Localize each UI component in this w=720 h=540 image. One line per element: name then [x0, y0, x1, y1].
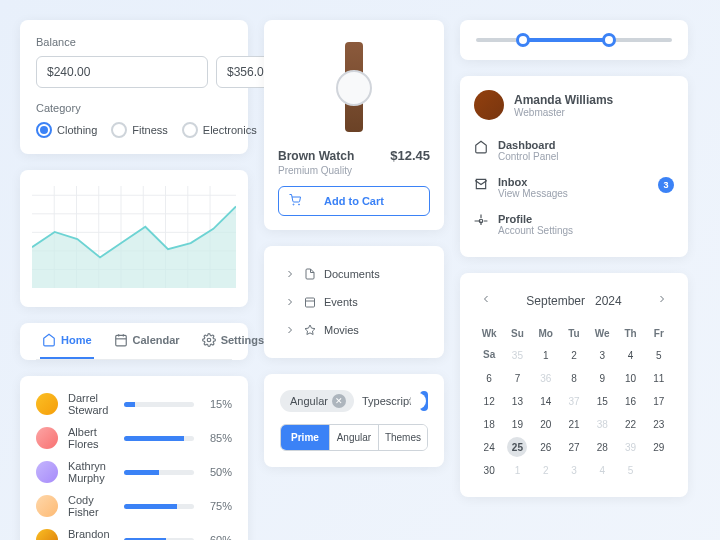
chart-card: [20, 170, 248, 307]
menu-inbox[interactable]: InboxView Messages3: [474, 169, 674, 206]
balance-input-1[interactable]: [36, 56, 208, 88]
calendar-day[interactable]: 16: [617, 391, 643, 412]
controls-card: Angular ✕ Typescript PrimeAngularThemes: [264, 374, 444, 467]
tab-home[interactable]: Home: [40, 323, 94, 359]
calendar-day[interactable]: 24: [476, 437, 502, 458]
movies-icon: [304, 324, 316, 336]
person-row: Kathryn Murphy50%: [36, 460, 232, 484]
calendar-day[interactable]: 1: [533, 345, 559, 366]
profile-name: Amanda Williams: [514, 93, 613, 107]
radio-clothing[interactable]: Clothing: [36, 122, 97, 138]
slider-thumb-high[interactable]: [602, 33, 616, 47]
calendar-day[interactable]: 11: [646, 368, 672, 389]
calendar-day[interactable]: 4: [589, 460, 615, 481]
calendar-prev-button[interactable]: [476, 289, 496, 312]
calendar-day[interactable]: 4: [617, 345, 643, 366]
calendar-day[interactable]: 10: [617, 368, 643, 389]
tab-calendar[interactable]: Calendar: [112, 323, 182, 359]
calendar-week-num: 37: [561, 391, 587, 412]
events-icon: [304, 296, 316, 308]
svg-point-17: [207, 338, 211, 342]
calendar-icon: [114, 333, 128, 347]
calendar-day[interactable]: 20: [533, 414, 559, 435]
calendar-day[interactable]: 30: [476, 460, 502, 481]
person-row: Albert Flores85%: [36, 426, 232, 450]
calendar-day[interactable]: 12: [476, 391, 502, 412]
home-icon: [42, 333, 56, 347]
calendar-day[interactable]: 21: [561, 414, 587, 435]
calendar-day[interactable]: 15: [589, 391, 615, 412]
calendar-day[interactable]: 5: [646, 345, 672, 366]
calendar-day[interactable]: 27: [561, 437, 587, 458]
calendar-day-header: Wk: [476, 324, 502, 343]
calendar-day[interactable]: 2: [561, 345, 587, 366]
svg-marker-22: [305, 325, 315, 335]
chevron-right-icon: [284, 268, 296, 280]
calendar-day[interactable]: 6: [476, 368, 502, 389]
calendar-day[interactable]: 28: [589, 437, 615, 458]
calendar-day[interactable]: 19: [504, 414, 530, 435]
btn-angular[interactable]: Angular: [330, 425, 379, 450]
calendar-day-header: Fr: [646, 324, 672, 343]
tab-settings[interactable]: Settings: [200, 323, 266, 359]
calendar-day[interactable]: 2: [533, 460, 559, 481]
calendar-title: September2024: [526, 294, 621, 308]
inbox-icon: [474, 177, 488, 191]
product-title: Brown Watch: [278, 149, 354, 163]
calendar-day[interactable]: 3: [589, 345, 615, 366]
radio-electronics[interactable]: Electronics: [182, 122, 257, 138]
tree-item-events[interactable]: Events: [280, 290, 428, 314]
calendar-card: September2024 WkSuMoTuWeThFrSa3512345673…: [460, 273, 688, 497]
calendar-day[interactable]: 14: [533, 391, 559, 412]
calendar-day[interactable]: 23: [646, 414, 672, 435]
calendar-next-button[interactable]: [652, 289, 672, 312]
settings-icon: [202, 333, 216, 347]
calendar-week-num: 35: [504, 345, 530, 366]
calendar-day-header: Th: [617, 324, 643, 343]
calendar-day[interactable]: 26: [533, 437, 559, 458]
calendar-day[interactable]: 3: [561, 460, 587, 481]
calendar-day[interactable]: 1: [504, 460, 530, 481]
calendar-day[interactable]: 18: [476, 414, 502, 435]
balance-card: Balance Category ClothingFitnessElectron…: [20, 20, 248, 154]
chip-text: Typescript: [362, 395, 412, 407]
calendar-day[interactable]: 9: [589, 368, 615, 389]
calendar-day-header: Su: [504, 324, 530, 343]
calendar-day[interactable]: 22: [617, 414, 643, 435]
btn-themes[interactable]: Themes: [379, 425, 427, 450]
calendar-day-header: Sa: [476, 345, 502, 366]
calendar-day-header: Tu: [561, 324, 587, 343]
calendar-day[interactable]: 5: [617, 460, 643, 481]
add-to-cart-button[interactable]: Add to Cart: [278, 186, 430, 216]
balance-label: Balance: [36, 36, 232, 48]
chip-angular[interactable]: Angular ✕: [280, 390, 354, 412]
range-slider[interactable]: [476, 38, 672, 42]
tree-item-movies[interactable]: Movies: [280, 318, 428, 342]
btn-prime[interactable]: Prime: [281, 425, 330, 450]
cart-icon: [289, 194, 301, 208]
radio-fitness[interactable]: Fitness: [111, 122, 167, 138]
chip-remove-icon[interactable]: ✕: [332, 394, 346, 408]
calendar-day[interactable]: 17: [646, 391, 672, 412]
avatar: [36, 495, 58, 517]
calendar-day[interactable]: 7: [504, 368, 530, 389]
calendar-day[interactable]: 25: [507, 437, 527, 457]
product-subtitle: Premium Quality: [278, 165, 430, 176]
slider-thumb-low[interactable]: [516, 33, 530, 47]
tree-item-documents[interactable]: Documents: [280, 262, 428, 286]
avatar: [36, 393, 58, 415]
calendar-day[interactable]: 29: [646, 437, 672, 458]
slider-card: [460, 20, 688, 60]
menu-dashboard[interactable]: DashboardControl Panel: [474, 132, 674, 169]
svg-rect-20: [306, 298, 315, 307]
calendar-week-num: 38: [589, 414, 615, 435]
area-chart: [32, 182, 236, 292]
svg-point-18: [293, 204, 294, 205]
svg-point-19: [299, 204, 300, 205]
calendar-day[interactable]: 13: [504, 391, 530, 412]
menu-profile[interactable]: ProfileAccount Settings: [474, 206, 674, 243]
toggle-switch[interactable]: [420, 391, 428, 411]
person-row: Darrel Steward15%: [36, 392, 232, 416]
calendar-day[interactable]: 8: [561, 368, 587, 389]
avatar: [36, 427, 58, 449]
